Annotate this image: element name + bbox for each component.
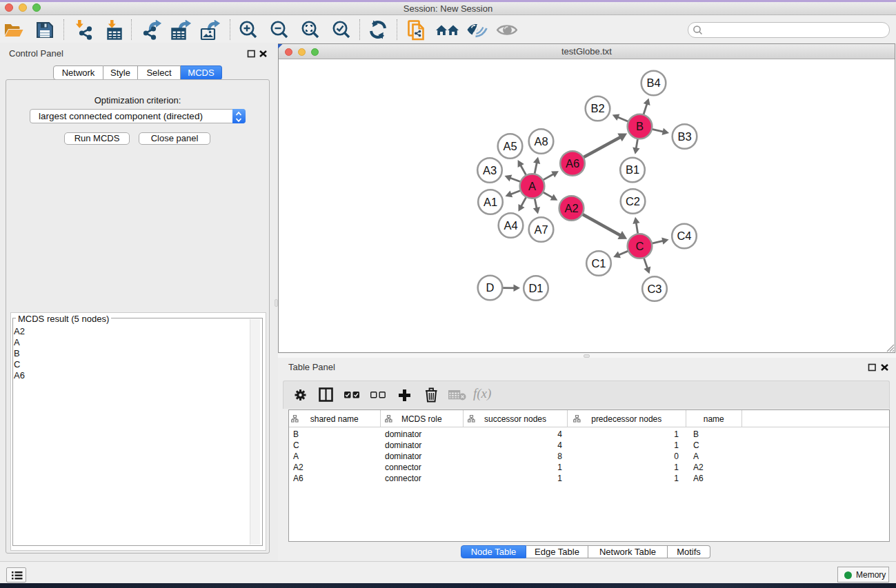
svg-text:A8: A8 (534, 135, 548, 148)
svg-text:A7: A7 (534, 223, 548, 236)
svg-text:D1: D1 (528, 282, 543, 294)
svg-text:B: B (636, 120, 644, 132)
svg-text:C4: C4 (677, 230, 691, 242)
svg-text:A1: A1 (484, 196, 497, 208)
svg-text:B2: B2 (590, 102, 604, 114)
svg-text:A4: A4 (504, 219, 517, 232)
svg-text:A6: A6 (566, 157, 579, 170)
svg-text:A: A (528, 180, 536, 192)
svg-text:C: C (636, 240, 644, 252)
svg-text:C3: C3 (647, 283, 661, 295)
svg-text:C1: C1 (591, 257, 606, 270)
svg-text:A5: A5 (503, 140, 517, 152)
svg-text:A2: A2 (564, 202, 578, 214)
svg-text:D: D (486, 281, 495, 294)
svg-text:A3: A3 (483, 164, 497, 176)
svg-text:B3: B3 (677, 130, 691, 143)
svg-text:B4: B4 (646, 77, 660, 89)
svg-text:B1: B1 (626, 163, 639, 176)
svg-text:C2: C2 (626, 195, 640, 207)
